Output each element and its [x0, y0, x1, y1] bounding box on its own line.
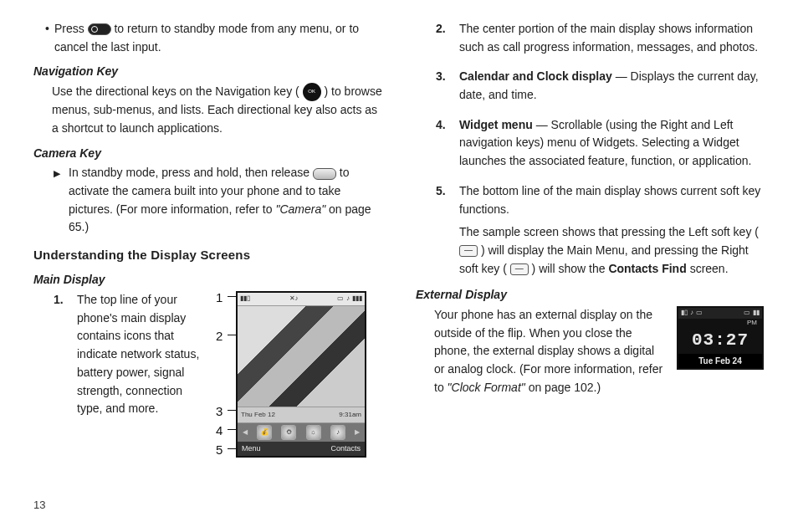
widget-bar: ◀ 💰 ⚙ ☼ ♪ ▶ [238, 423, 365, 442]
heading-understanding-display: Understanding the Display Screens [33, 245, 382, 264]
ext-status-bar: ▮▯ ♪ ▭ ▭ ▮▮ [678, 308, 762, 319]
list-item-5: 5. The bottom line of the main display s… [416, 182, 765, 218]
item-label: Calendar and Clock display [459, 69, 612, 83]
main-display-row: 1. The top line of your phone's main dis… [33, 291, 382, 458]
text: screen. [690, 262, 729, 275]
page-number: 13 [33, 499, 45, 511]
text: on page 102.) [529, 381, 601, 394]
right-softkey-icon [510, 263, 529, 275]
speaker-icon: ✕♪ [289, 294, 299, 304]
ref-camera: "Camera" [275, 202, 325, 216]
clock-day: Thu Feb 12 [241, 410, 275, 420]
ref-clock-format: "Clock Format" [448, 381, 525, 394]
battery-icon: ▮▮▮ [352, 294, 362, 304]
softkey-bar: Menu Contacts [238, 442, 365, 456]
heading-main-display: Main Display [33, 271, 382, 289]
external-display-row: Your phone has an external display on th… [416, 306, 765, 396]
para-external-display: Your phone has an external display on th… [416, 306, 667, 396]
heading-navigation-key: Navigation Key [33, 63, 382, 81]
list-item-2: 2. The center portion of the main displa… [416, 20, 765, 56]
heading-external-display: External Display [416, 286, 765, 304]
clock-time: 9:31am [339, 410, 361, 420]
camera-key-icon [313, 168, 336, 180]
manual-page: Press to return to standby mode from any… [0, 0, 798, 485]
softkey-right: Contacts [330, 443, 361, 455]
ext-clock: PM 03:27 [678, 319, 762, 354]
list-item-5-cont: The sample screen shows that pressing th… [416, 223, 765, 278]
widget-icon: ☼ [306, 425, 321, 440]
list-item-4: 4. Widget menu — Scrollable (using the R… [416, 116, 765, 171]
item-text: The top line of your phone's main displa… [77, 291, 209, 418]
callout-5: 5 [216, 440, 223, 459]
item-label: Widget menu [459, 118, 533, 131]
right-column: 2. The center portion of the main displa… [416, 20, 765, 477]
chevron-right-icon: ▶ [355, 427, 360, 437]
card-icon: ▭ [337, 294, 344, 304]
widget-icon: ⚙ [281, 425, 296, 440]
card-icon: ▭ [696, 308, 703, 318]
bluetooth-icon: ▭ [744, 308, 750, 318]
external-display-figure: ▮▯ ♪ ▭ ▭ ▮▮ PM 03:27 Tue Feb 24 [677, 306, 765, 370]
bullet-icon [45, 20, 49, 56]
callout-2: 2 [216, 326, 223, 345]
callout-1: 1 [216, 288, 223, 307]
external-display-screen: ▮▯ ♪ ▭ ▭ ▮▮ PM 03:27 Tue Feb 24 [677, 306, 764, 370]
signal-icon: ▮▯ [681, 308, 688, 318]
item-number: 5. [436, 182, 451, 218]
item-text: The center portion of the main display s… [459, 20, 765, 56]
heading-camera-key: Camera Key [33, 145, 382, 163]
status-bar: ▮▮▯ ✕♪ ▭ ♪ ▮▮▮ [238, 293, 365, 306]
item-number: 2. [436, 20, 451, 56]
main-display-screen: ▮▮▯ ✕♪ ▭ ♪ ▮▮▮ Thu Feb 12 9:31am ◀ [236, 291, 366, 458]
text: ) will show the [532, 262, 609, 275]
clock-bar: Thu Feb 12 9:31am [238, 407, 365, 423]
widget-icon: ♪ [330, 425, 345, 440]
music-icon: ♪ [690, 308, 693, 318]
callout-3: 3 [216, 402, 223, 421]
navigation-key-icon [303, 83, 321, 101]
text: In standby mode, press and hold, then re… [69, 166, 313, 179]
contacts-find-label: Contacts Find [608, 262, 686, 275]
item-text: The bottom line of the main display show… [459, 182, 765, 218]
softkey-left: Menu [242, 443, 261, 455]
text: Press [54, 22, 88, 35]
arrow-icon [54, 164, 60, 237]
music-icon: ♪ [346, 294, 350, 304]
ext-date: Tue Feb 24 [678, 354, 762, 368]
item-number: 1. [54, 291, 69, 418]
callout-4: 4 [216, 421, 223, 440]
list-item-3: 3. Calendar and Clock display — Displays… [416, 68, 765, 104]
bullet-press-return: Press to return to standby mode from any… [33, 20, 382, 56]
chevron-left-icon: ◀ [243, 427, 248, 437]
battery-icon: ▮▮ [753, 308, 760, 318]
text: Use the directional keys on the Navigati… [52, 84, 299, 98]
ext-time: 03:27 [692, 327, 749, 355]
left-softkey-icon [459, 245, 478, 257]
list-item-1: 1. The top line of your phone's main dis… [33, 291, 209, 418]
text: The sample screen shows that pressing th… [459, 225, 759, 238]
camera-key-item: In standby mode, press and hold, then re… [33, 164, 382, 237]
left-column: Press to return to standby mode from any… [33, 20, 382, 477]
power-key-icon [88, 23, 111, 35]
signal-icon: ▮▮▯ [240, 294, 250, 304]
wallpaper-area [238, 306, 365, 407]
para-navigation-key: Use the directional keys on the Navigati… [33, 83, 382, 138]
item-number: 3. [436, 68, 451, 104]
widget-icon: 💰 [257, 425, 272, 440]
main-display-figure: 1 2 3 4 5 ▮▮▯ ✕♪ ▭ ♪ [219, 291, 382, 458]
item-number: 4. [436, 116, 451, 171]
